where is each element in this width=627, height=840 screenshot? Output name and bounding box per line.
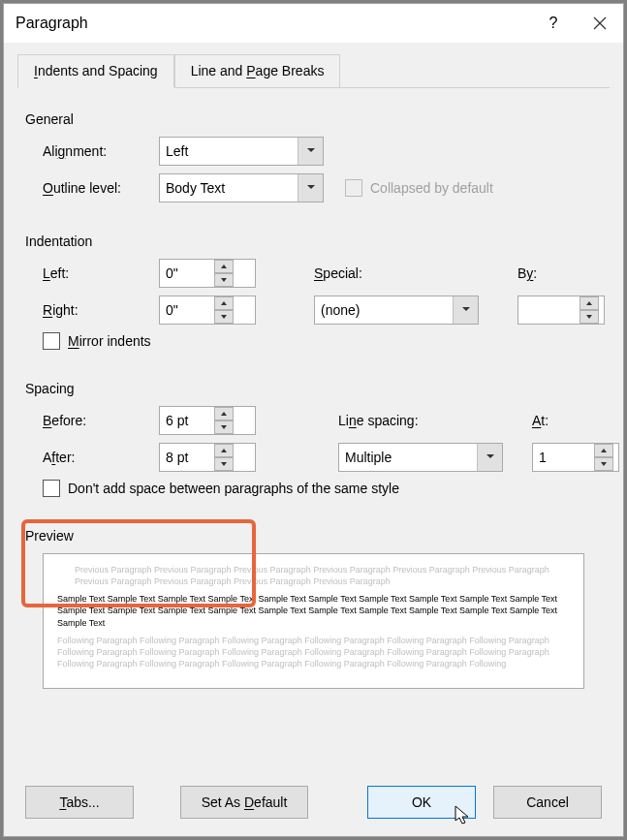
- collapsed-label: Collapsed by default: [370, 180, 493, 196]
- by-label: By:: [517, 265, 605, 281]
- checkbox-box-icon: [345, 179, 362, 197]
- tab-content: General Alignment: Left Outline level: B…: [4, 88, 623, 772]
- by-input[interactable]: [518, 296, 579, 324]
- dialog-button-row: Tabs... Set As Default OK Cancel: [4, 772, 623, 836]
- indent-left-spinner[interactable]: [159, 259, 256, 288]
- spin-up-icon[interactable]: [214, 260, 234, 273]
- tab-indents-spacing[interactable]: Indents and Spacing: [17, 54, 174, 88]
- preview-box: Previous Paragraph Previous Paragraph Pr…: [43, 553, 584, 689]
- no-space-label: Don't add space between paragraphs of th…: [68, 481, 399, 496]
- spin-down-icon[interactable]: [214, 273, 234, 287]
- paragraph-dialog: Paragraph ? Indents and Spacing Line and…: [4, 4, 623, 836]
- after-input[interactable]: [160, 444, 213, 471]
- special-label: Special:: [314, 265, 479, 281]
- checkbox-box-icon: [43, 480, 60, 497]
- collapsed-checkbox: Collapsed by default: [345, 179, 493, 197]
- at-label: At:: [532, 413, 619, 428]
- outline-level-label: Outline level:: [43, 180, 159, 196]
- outline-level-select[interactable]: Body Text: [159, 173, 324, 202]
- dialog-title: Paragraph: [16, 15, 530, 32]
- title-bar: Paragraph ?: [4, 4, 623, 43]
- line-spacing-label: Line spacing:: [338, 413, 503, 428]
- at-input[interactable]: [533, 444, 593, 471]
- by-spinner[interactable]: [517, 296, 605, 325]
- after-label: After:: [43, 450, 159, 465]
- section-spacing: Spacing: [25, 381, 602, 396]
- after-spinner[interactable]: [159, 443, 256, 472]
- section-general: General: [25, 111, 602, 127]
- alignment-select[interactable]: Left: [159, 137, 324, 166]
- indent-left-label: Left:: [43, 265, 159, 281]
- at-spinner[interactable]: [532, 443, 619, 472]
- indent-right-spinner[interactable]: [159, 296, 256, 325]
- checkbox-box-icon: [43, 332, 60, 350]
- indent-right-input[interactable]: [160, 296, 213, 324]
- tab-row: Indents and Spacing Line and Page Breaks: [4, 43, 623, 88]
- special-select[interactable]: (none): [314, 296, 479, 325]
- close-icon: [593, 16, 607, 30]
- preview-following-text: Following Paragraph Following Paragraph …: [57, 635, 570, 669]
- line-spacing-select[interactable]: Multiple: [338, 443, 503, 472]
- section-indentation: Indentation: [25, 233, 602, 249]
- alignment-label: Alignment:: [43, 143, 159, 159]
- cancel-button[interactable]: Cancel: [493, 786, 602, 819]
- no-space-checkbox[interactable]: Don't add space between paragraphs of th…: [25, 480, 602, 497]
- indent-right-label: Right:: [43, 302, 159, 318]
- tab-line-page-breaks[interactable]: Line and Page Breaks: [174, 54, 341, 88]
- help-button[interactable]: ?: [530, 4, 577, 43]
- indent-left-input[interactable]: [160, 260, 213, 287]
- ok-button[interactable]: OK: [367, 786, 476, 819]
- set-default-button[interactable]: Set As Default: [180, 786, 308, 819]
- dialog-border: Paragraph ? Indents and Spacing Line and…: [3, 3, 624, 837]
- section-preview: Preview: [25, 528, 602, 544]
- preview-previous-text: Previous Paragraph Previous Paragraph Pr…: [57, 564, 570, 587]
- mirror-indents-label: Mirror indents: [68, 333, 151, 349]
- before-spinner[interactable]: [159, 406, 256, 435]
- before-input[interactable]: [160, 407, 213, 434]
- tabs-button[interactable]: Tabs...: [25, 786, 134, 819]
- before-label: Before:: [43, 413, 159, 428]
- preview-sample-text: Sample Text Sample Text Sample Text Samp…: [57, 593, 570, 628]
- mirror-indents-checkbox[interactable]: Mirror indents: [25, 332, 602, 350]
- close-button[interactable]: [577, 4, 623, 43]
